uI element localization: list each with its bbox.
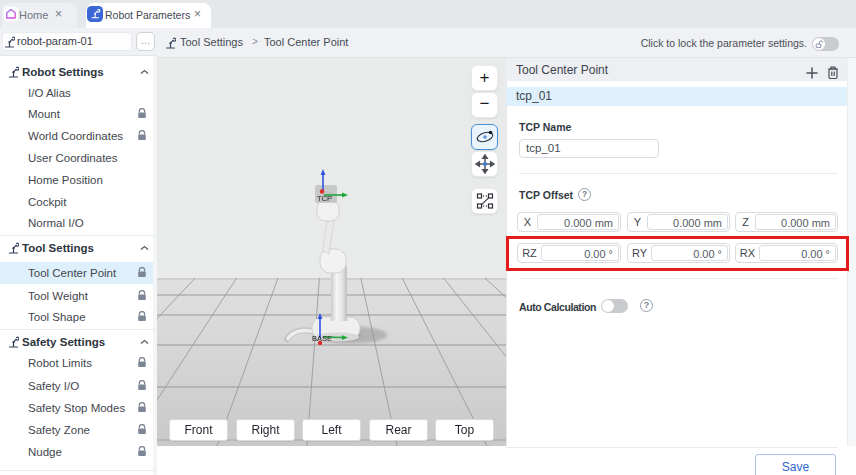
- svg-text:TCP: TCP: [317, 194, 332, 203]
- svg-text:BASE: BASE: [312, 334, 332, 343]
